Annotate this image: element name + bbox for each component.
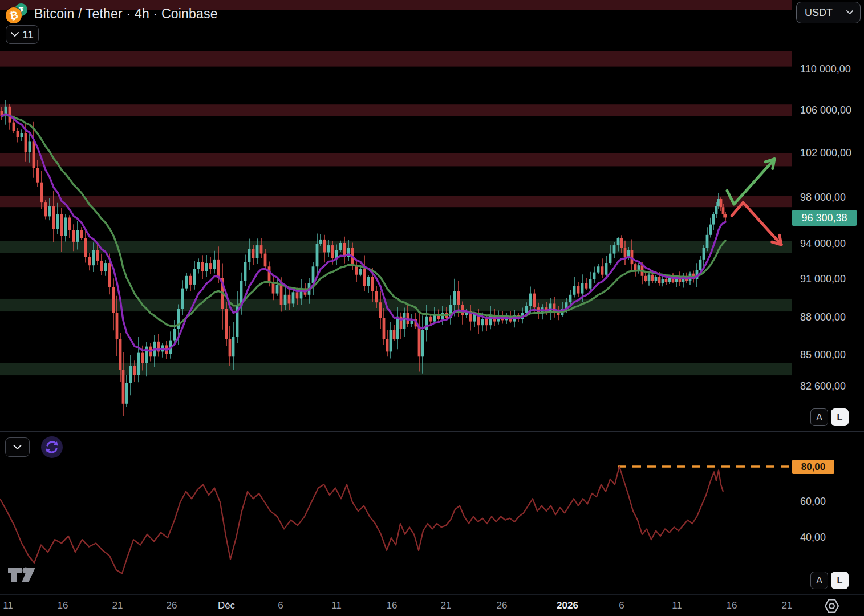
- price-axis-label: 82 600,00: [800, 380, 846, 392]
- symbol-title[interactable]: Bitcoin / Tether · 4h · Coinbase: [34, 6, 218, 22]
- indicator-axis-label: 60,00: [800, 496, 826, 508]
- moving-averages: [2, 114, 725, 351]
- time-axis-label: 21: [112, 600, 123, 611]
- price-axis-label: 85 000,00: [800, 349, 846, 361]
- time-axis-label: 6: [278, 600, 283, 611]
- time-axis-label: 11: [331, 600, 342, 611]
- indicator-collapse-button[interactable]: [5, 437, 30, 457]
- chart-header: ₮ ₿ Bitcoin / Tether · 4h · Coinbase: [6, 3, 218, 25]
- symbol-pair-icon: ₮ ₿: [6, 3, 29, 25]
- time-axis-label: 26: [497, 600, 508, 611]
- time-axis-label: 21: [441, 600, 452, 611]
- tradingview-chart-window: ₮ ₿ Bitcoin / Tether · 4h · Coinbase 11 …: [0, 0, 864, 616]
- time-axis-label: 21: [782, 600, 793, 611]
- time-axis-label: 11: [672, 600, 682, 611]
- last-price-badge[interactable]: 96 300,38: [792, 210, 857, 226]
- currency-dropdown[interactable]: USDT: [796, 2, 861, 23]
- chevron-down-icon: [11, 32, 19, 37]
- price-axis-label: 88 000,00: [800, 311, 846, 323]
- legend-collapse-button[interactable]: 11: [6, 25, 39, 44]
- price-axis-label: 98 000,00: [800, 192, 846, 204]
- rsi-line: [0, 467, 723, 574]
- time-axis-label: 16: [387, 600, 397, 611]
- price-axis-label: 106 000,00: [800, 104, 851, 116]
- indicator-log-scale-button[interactable]: L: [831, 572, 849, 589]
- tradingview-logo-icon: [7, 564, 36, 585]
- time-axis-label: 6: [619, 600, 624, 611]
- support-resistance-zones: [0, 0, 792, 375]
- price-axis-label: 110 000,00: [800, 63, 851, 75]
- time-axis-label: Déc: [218, 600, 235, 611]
- bitcoin-icon: ₿: [6, 7, 22, 23]
- log-scale-button[interactable]: L: [831, 408, 849, 426]
- chevron-down-icon: [13, 445, 22, 450]
- indicator-axis-label: 40,00: [800, 532, 826, 544]
- indicator-auto-scale-button[interactable]: A: [810, 572, 828, 589]
- price-axis-label: 91 000,00: [800, 273, 846, 285]
- indicator-refresh-button[interactable]: [41, 436, 63, 458]
- time-axis-label: 11: [3, 600, 13, 611]
- indicator-count-label: 11: [22, 29, 34, 41]
- gear-icon[interactable]: [824, 598, 840, 616]
- price-chart-canvas[interactable]: [0, 0, 864, 616]
- refresh-icon: [44, 440, 59, 455]
- auto-scale-button[interactable]: A: [810, 408, 828, 426]
- time-axis-label: 2026: [557, 600, 578, 611]
- time-axis-label: 16: [727, 600, 737, 611]
- rsi-level-badge[interactable]: 80,00: [792, 460, 834, 474]
- time-axis-label: 26: [167, 600, 177, 611]
- currency-dropdown-value: USDT: [805, 7, 833, 19]
- time-axis-label: 16: [58, 600, 68, 611]
- chevron-down-icon: [846, 10, 853, 15]
- price-axis-label: 102 000,00: [800, 147, 851, 159]
- price-axis-label: 94 000,00: [800, 238, 846, 250]
- pane-separators: [0, 0, 864, 595]
- tradingview-logo[interactable]: [7, 564, 36, 587]
